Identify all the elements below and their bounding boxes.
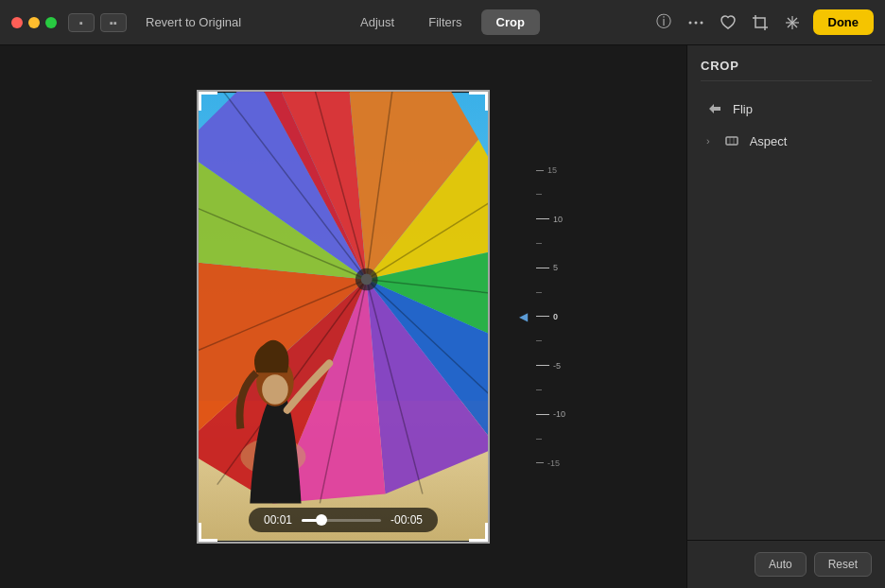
time-remaining: -00:05 — [390, 513, 423, 527]
time-current: 00:01 — [264, 513, 292, 527]
view-single-button[interactable]: ▪ — [68, 13, 95, 32]
minimize-button[interactable] — [28, 17, 40, 28]
magic-icon[interactable] — [781, 11, 804, 34]
svg-point-29 — [262, 374, 288, 405]
svg-point-26 — [361, 274, 373, 285]
tick-line — [536, 243, 542, 244]
tick-line — [536, 439, 542, 440]
ruler-tick-small1 — [536, 194, 542, 195]
tick-line — [536, 194, 542, 195]
panel-section-title: CROP — [701, 59, 872, 81]
svg-point-2 — [700, 21, 703, 24]
tick-line — [536, 389, 542, 390]
tick-line-major — [536, 316, 549, 317]
heart-icon[interactable] — [717, 11, 739, 34]
window-view-controls: ▪ ▪▪ — [68, 13, 127, 32]
aspect-label: Aspect — [750, 134, 788, 148]
aspect-item[interactable]: › Aspect — [701, 125, 872, 157]
flip-label: Flip — [733, 102, 753, 116]
scrubber-thumb[interactable] — [316, 514, 327, 526]
tick-line — [536, 340, 542, 341]
info-icon[interactable]: ⓘ — [652, 11, 675, 34]
tick-line-major — [536, 365, 549, 366]
flip-icon — [706, 100, 723, 117]
flip-item[interactable]: Flip — [701, 93, 872, 125]
scrubber-track[interactable] — [302, 519, 381, 522]
ruler-tick-small4 — [536, 340, 542, 341]
tick-line-major — [536, 414, 549, 415]
svg-point-1 — [694, 21, 697, 24]
tick-line-major — [536, 268, 549, 268]
crop-icon[interactable] — [749, 11, 772, 34]
tick-line — [536, 170, 544, 171]
tab-adjust[interactable]: Adjust — [345, 9, 409, 35]
photo — [197, 90, 490, 544]
ruler-tick-n15: -15 — [536, 458, 560, 468]
aspect-icon — [723, 132, 740, 149]
main-content: 15 10 5 — [0, 45, 885, 588]
ruler-tick-10: 10 — [536, 215, 563, 224]
svg-rect-3 — [755, 18, 765, 27]
scrubber-bar[interactable]: 00:01 -00:05 — [249, 508, 438, 532]
ruler-tick-small6 — [536, 439, 542, 440]
right-controls: ⓘ Done — [652, 9, 875, 35]
ruler-tick-5: 5 — [536, 263, 558, 272]
svg-rect-30 — [726, 137, 738, 145]
maximize-button[interactable] — [45, 17, 57, 28]
panel-footer: Auto Reset — [687, 540, 885, 588]
more-icon[interactable] — [685, 11, 707, 34]
ruler-tick-n5: -5 — [536, 361, 561, 371]
ruler-tick-small2 — [536, 243, 542, 244]
tick-line — [536, 462, 544, 463]
view-split-button[interactable]: ▪▪ — [100, 13, 127, 32]
ruler-tick-0: 0 ◀ — [536, 312, 558, 321]
canvas-area: 15 10 5 — [0, 45, 686, 588]
close-button[interactable] — [11, 17, 23, 28]
rotation-ruler[interactable]: 15 10 5 — [536, 165, 565, 468]
ruler-tick-n10: -10 — [536, 409, 565, 419]
traffic-lights — [11, 17, 57, 28]
image-container: 15 10 5 — [197, 90, 490, 544]
tick-line-major — [536, 218, 549, 219]
right-panel: CROP Flip › — [686, 45, 885, 588]
svg-point-0 — [688, 21, 691, 24]
auto-button[interactable]: Auto — [755, 552, 807, 577]
main-tabs: Adjust Filters Crop — [345, 9, 540, 35]
panel-content: CROP Flip › — [687, 45, 885, 540]
tab-filters[interactable]: Filters — [413, 9, 477, 35]
ruler-tick-small5 — [536, 389, 542, 390]
reset-button[interactable]: Reset — [814, 552, 872, 577]
tick-line — [536, 292, 542, 293]
aspect-chevron-icon: › — [706, 135, 710, 147]
done-button[interactable]: Done — [813, 9, 875, 35]
ruler-tick-small3 — [536, 292, 542, 293]
photo-svg — [199, 92, 488, 542]
revert-button[interactable]: Revert to Original — [138, 11, 249, 33]
tab-crop[interactable]: Crop — [481, 9, 540, 35]
titlebar: ▪ ▪▪ Revert to Original Adjust Filters C… — [0, 0, 885, 45]
ruler-tick-15: 15 — [536, 165, 557, 175]
